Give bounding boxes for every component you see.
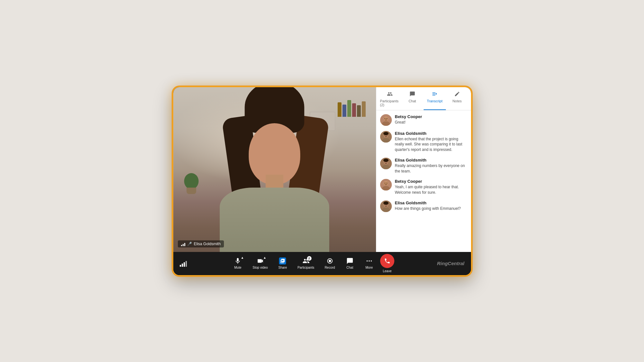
main-content: 🎤 Elisa Goldsmith Participants (2) bbox=[173, 87, 471, 252]
avatar-elisa-4 bbox=[380, 200, 392, 212]
toolbar: ▲ Mute ▲ Stop video bbox=[173, 252, 471, 275]
participants-icon: 2 bbox=[303, 257, 310, 265]
transcript-content-2: Elisa Goldsmith Really amazing numbers b… bbox=[395, 158, 467, 174]
transcript-text-0: Great! bbox=[395, 120, 467, 125]
avatar-betsy-0 bbox=[380, 114, 392, 126]
transcript-text-1: Ellen echoed that the project is going r… bbox=[395, 136, 467, 153]
svg-point-20 bbox=[384, 183, 385, 184]
book-1 bbox=[338, 102, 341, 117]
sidebar-panel: Participants (2) Chat bbox=[376, 87, 471, 252]
speaker-name-2: Elisa Goldsmith bbox=[395, 158, 467, 162]
signal-bar-2 bbox=[183, 244, 184, 246]
signal-bar-1 bbox=[181, 245, 182, 246]
mute-expand-arrow: ▲ bbox=[241, 256, 244, 259]
transcript-content-0: Betsy Cooper Great! bbox=[395, 114, 467, 125]
device-frame: 🎤 Elisa Goldsmith Participants (2) bbox=[172, 86, 472, 276]
transcript-content-3: Betsy Cooper Yeah, I am quite pleased to… bbox=[395, 179, 467, 195]
signal-bar-lg-3 bbox=[184, 262, 185, 267]
plant-pot bbox=[187, 188, 196, 194]
plant bbox=[183, 172, 199, 194]
signal-bars bbox=[181, 242, 185, 246]
tab-chat[interactable]: Chat bbox=[401, 87, 424, 110]
video-area: 🎤 Elisa Goldsmith bbox=[173, 87, 376, 252]
more-label: More bbox=[365, 266, 373, 269]
chat-label: Chat bbox=[346, 266, 353, 269]
chat-icon bbox=[346, 257, 353, 265]
mute-icon: ▲ bbox=[234, 257, 241, 265]
svg-point-30 bbox=[367, 260, 368, 262]
book-5 bbox=[357, 105, 361, 117]
transcript-item-4: Elisa Goldsmith How are things going wit… bbox=[380, 200, 467, 212]
participants-tab-label: Participants (2) bbox=[380, 99, 400, 107]
signal-bar-3 bbox=[184, 243, 185, 246]
leave-label: Leave bbox=[383, 269, 391, 273]
speaker-name-4: Elisa Goldsmith bbox=[395, 200, 467, 205]
book-3 bbox=[347, 100, 351, 117]
signal-bar-lg-2 bbox=[182, 264, 183, 267]
book-2 bbox=[342, 105, 346, 117]
avatar-elisa-1 bbox=[380, 131, 392, 143]
share-button[interactable]: Share bbox=[274, 255, 291, 271]
share-label: Share bbox=[278, 266, 287, 269]
tab-participants[interactable]: Participants (2) bbox=[379, 87, 401, 110]
record-button[interactable]: Record bbox=[321, 255, 339, 271]
speaker-name-3: Betsy Cooper bbox=[395, 179, 467, 184]
chat-button[interactable]: Chat bbox=[341, 255, 358, 271]
svg-point-27 bbox=[383, 201, 389, 205]
brand-name: RingCentral bbox=[437, 261, 464, 266]
participants-tab-icon bbox=[387, 91, 393, 98]
notes-tab-label: Notes bbox=[452, 99, 462, 103]
share-icon bbox=[279, 257, 286, 265]
leave-wrapper: Leave bbox=[380, 254, 394, 273]
record-label: Record bbox=[325, 266, 335, 269]
svg-point-21 bbox=[386, 183, 387, 184]
toolbar-center: ▲ Mute ▲ Stop video bbox=[229, 254, 394, 273]
share-icon-bg bbox=[279, 257, 286, 265]
video-participant-name: Elisa Goldsmith bbox=[194, 242, 221, 246]
transcript-item-3: Betsy Cooper Yeah, I am quite pleased to… bbox=[380, 179, 467, 195]
transcript-item-1: Elisa Goldsmith Ellen echoed that the pr… bbox=[380, 131, 467, 153]
participant-name-label: 🎤 Elisa Goldsmith bbox=[178, 240, 224, 247]
toolbar-left bbox=[180, 260, 187, 267]
notes-tab-icon bbox=[454, 91, 460, 98]
transcript-item-2: Elisa Goldsmith Really amazing numbers b… bbox=[380, 158, 467, 174]
tab-notes[interactable]: Notes bbox=[446, 87, 468, 110]
transcript-list: Betsy Cooper Great! bbox=[376, 110, 471, 252]
book-6 bbox=[362, 101, 366, 117]
plant-leaves bbox=[184, 173, 198, 189]
transcript-content-1: Elisa Goldsmith Ellen echoed that the pr… bbox=[395, 131, 467, 153]
transcript-tab-icon bbox=[432, 91, 437, 98]
svg-point-4 bbox=[386, 118, 387, 119]
video-expand-arrow: ▲ bbox=[263, 256, 266, 259]
signal-bar-lg-4 bbox=[186, 261, 187, 267]
transcript-text-3: Yeah, I am quite pleased to hear that. W… bbox=[395, 184, 467, 195]
svg-point-31 bbox=[369, 260, 370, 262]
brand-logo: RingCentral bbox=[437, 261, 464, 266]
book-4 bbox=[352, 103, 356, 117]
svg-point-10 bbox=[383, 132, 389, 135]
signal-bar-lg-1 bbox=[180, 265, 181, 267]
mute-label: Mute bbox=[234, 266, 241, 269]
stop-video-label: Stop video bbox=[253, 266, 268, 269]
participants-button[interactable]: 2 Participants bbox=[293, 255, 318, 271]
body bbox=[220, 188, 329, 252]
svg-point-29 bbox=[329, 260, 331, 262]
signal-strength bbox=[180, 260, 187, 267]
tab-transcript[interactable]: Transcript bbox=[424, 87, 446, 110]
svg-point-16 bbox=[383, 159, 389, 162]
transcript-content-4: Elisa Goldsmith How are things going wit… bbox=[395, 200, 467, 211]
transcript-text-2: Really amazing numbers by everyone on th… bbox=[395, 163, 467, 174]
leave-button[interactable] bbox=[380, 254, 394, 268]
svg-point-3 bbox=[384, 118, 385, 119]
svg-point-32 bbox=[370, 260, 372, 262]
participants-label: Participants bbox=[297, 266, 314, 269]
stop-video-button[interactable]: ▲ Stop video bbox=[249, 255, 272, 271]
sidebar-tabs: Participants (2) Chat bbox=[376, 87, 471, 110]
more-icon bbox=[366, 257, 373, 265]
bookshelf bbox=[338, 100, 366, 117]
record-icon bbox=[326, 257, 333, 265]
mute-button[interactable]: ▲ Mute bbox=[229, 255, 246, 271]
mic-off-icon: 🎤 bbox=[187, 242, 192, 246]
transcript-tab-label: Transcript bbox=[427, 99, 443, 103]
more-button[interactable]: More bbox=[361, 255, 378, 271]
